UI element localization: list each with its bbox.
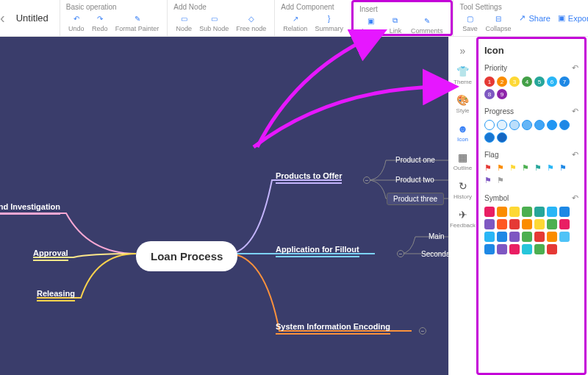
progress-icon-2[interactable]: [497, 120, 507, 130]
expand-dot[interactable]: −: [397, 250, 404, 257]
symbol-icon-11[interactable]: [522, 219, 532, 229]
freenode-button[interactable]: ◇Free node: [234, 12, 268, 32]
symbol-icon-18[interactable]: [522, 232, 532, 242]
node-secondary[interactable]: Seconda: [415, 249, 448, 260]
progress-icon-9[interactable]: [497, 132, 507, 143]
symbol-icon-5[interactable]: [534, 207, 545, 217]
flag-reset[interactable]: ↶: [572, 150, 578, 160]
priority-icon-7[interactable]: 7: [559, 76, 570, 87]
flag-icon-7[interactable]: ⚑: [559, 163, 570, 174]
rail-history[interactable]: ↻History: [449, 178, 476, 202]
node-main[interactable]: Main: [423, 231, 448, 242]
node-releasing[interactable]: Releasing: [37, 289, 75, 301]
doc-title[interactable]: Untitled: [5, 0, 60, 36]
symbol-icon-8[interactable]: [484, 219, 495, 229]
symbol-icon-14[interactable]: [559, 219, 570, 229]
center-node[interactable]: Loan Process: [136, 241, 237, 271]
node-product-two[interactable]: Product two: [390, 174, 440, 185]
expand-dot[interactable]: −: [363, 176, 370, 184]
symbol-icon-2[interactable]: [497, 207, 507, 217]
summary-button[interactable]: }Summary: [312, 12, 345, 32]
symbol-icon-20[interactable]: [547, 232, 557, 242]
node-product-three[interactable]: Product three: [387, 193, 444, 205]
flag-icon-8[interactable]: ⚑: [484, 176, 495, 186]
symbol-icon-19[interactable]: [534, 232, 545, 242]
symbol-icon-22[interactable]: [484, 244, 495, 254]
collapse-button[interactable]: ⊟Collapse: [483, 12, 513, 32]
panel-title: Icon: [484, 45, 578, 56]
node-products[interactable]: Products to Offer: [276, 171, 342, 184]
symbol-icon-24[interactable]: [509, 244, 520, 254]
export-button[interactable]: ▣Export: [558, 13, 588, 23]
priority-icon-5[interactable]: 5: [534, 76, 545, 87]
symbol-icon-27[interactable]: [547, 244, 557, 254]
priority-icon-2[interactable]: 2: [497, 76, 507, 87]
flag-icon-6[interactable]: ⚑: [547, 163, 557, 174]
symbol-icon-26[interactable]: [534, 244, 545, 254]
flag-icon-2[interactable]: ⚑: [497, 163, 507, 174]
flag-icon-3[interactable]: ⚑: [509, 163, 520, 174]
symbol-icon-1[interactable]: [484, 207, 495, 217]
save-button[interactable]: ▢Save: [459, 12, 480, 32]
share-button[interactable]: ↗Share: [519, 13, 550, 23]
flag-icon-4[interactable]: ⚑: [522, 163, 532, 174]
symbol-icon-7[interactable]: [559, 207, 570, 217]
priority-reset[interactable]: ↶: [572, 63, 578, 73]
symbol-reset[interactable]: ↶: [572, 193, 578, 203]
symbol-icon-16[interactable]: [497, 232, 507, 242]
progress-reset[interactable]: ↶: [572, 107, 578, 116]
rail-outline[interactable]: ▦Outline: [449, 149, 476, 174]
priority-icon-4[interactable]: 4: [522, 76, 532, 87]
node-button[interactable]: ▭Node: [173, 12, 194, 32]
node-product-one[interactable]: Product one: [390, 154, 441, 165]
symbol-icon-23[interactable]: [497, 244, 507, 254]
format-painter-button[interactable]: ✎Format Painter: [113, 12, 162, 32]
rail-collapse-button[interactable]: »: [449, 43, 476, 59]
symbol-icon-9[interactable]: [497, 219, 507, 229]
flag-icon-1[interactable]: ⚑: [484, 163, 495, 174]
node-system-info[interactable]: System Information Encoding: [276, 322, 390, 335]
rail-style[interactable]: 🎨Style: [449, 92, 476, 116]
back-button[interactable]: ‹: [0, 0, 5, 36]
node-application[interactable]: Application for Fillout: [276, 245, 359, 257]
symbol-icon-12[interactable]: [534, 219, 545, 229]
comments-button[interactable]: ✎Comments: [409, 15, 445, 35]
priority-icon-3[interactable]: 3: [509, 76, 520, 87]
symbol-icon-6[interactable]: [547, 207, 557, 217]
progress-icon-4[interactable]: [522, 120, 532, 130]
progress-icon-1[interactable]: [484, 120, 495, 130]
rail-feedback[interactable]: ✈Feedback: [449, 207, 476, 231]
expand-dot[interactable]: −: [419, 327, 426, 335]
rail-theme[interactable]: 👕Theme: [449, 63, 476, 88]
symbol-icon-3[interactable]: [509, 207, 520, 217]
symbol-icon-4[interactable]: [522, 207, 532, 217]
link-icon: ⧉: [390, 15, 401, 26]
progress-icon-6[interactable]: [547, 120, 557, 130]
symbol-icon-17[interactable]: [509, 232, 520, 242]
progress-icon-8[interactable]: [484, 132, 495, 143]
progress-icon-5[interactable]: [534, 120, 545, 130]
node-approval[interactable]: Approval: [33, 249, 68, 261]
priority-icon-8[interactable]: 8: [484, 89, 495, 99]
progress-icon-3[interactable]: [509, 120, 520, 130]
flag-icon-5[interactable]: ⚑: [534, 163, 545, 174]
image-button[interactable]: ▣Image: [359, 15, 382, 35]
progress-icon-7[interactable]: [559, 120, 570, 130]
priority-icon-9[interactable]: 9: [497, 89, 507, 99]
flag-icon-9[interactable]: ⚑: [497, 176, 507, 186]
symbol-icon-10[interactable]: [509, 219, 520, 229]
node-investigation[interactable]: round Investigation: [0, 202, 60, 215]
redo-button[interactable]: ↷Redo: [90, 12, 110, 32]
link-button[interactable]: ⧉Link: [385, 15, 406, 35]
rail-icon[interactable]: ☻Icon: [449, 121, 476, 145]
priority-icon-6[interactable]: 6: [547, 76, 557, 87]
symbol-icon-21[interactable]: [559, 232, 570, 242]
relation-button[interactable]: ↗Relation: [281, 12, 309, 32]
priority-icon-1[interactable]: 1: [484, 76, 495, 87]
symbol-icon-15[interactable]: [484, 232, 495, 242]
mindmap-canvas[interactable]: Loan Process round Investigation Approva…: [0, 37, 448, 375]
undo-button[interactable]: ↶Undo: [66, 12, 87, 32]
symbol-icon-25[interactable]: [522, 244, 532, 254]
subnode-button[interactable]: ▭Sub Node: [197, 12, 231, 32]
symbol-icon-13[interactable]: [547, 219, 557, 229]
